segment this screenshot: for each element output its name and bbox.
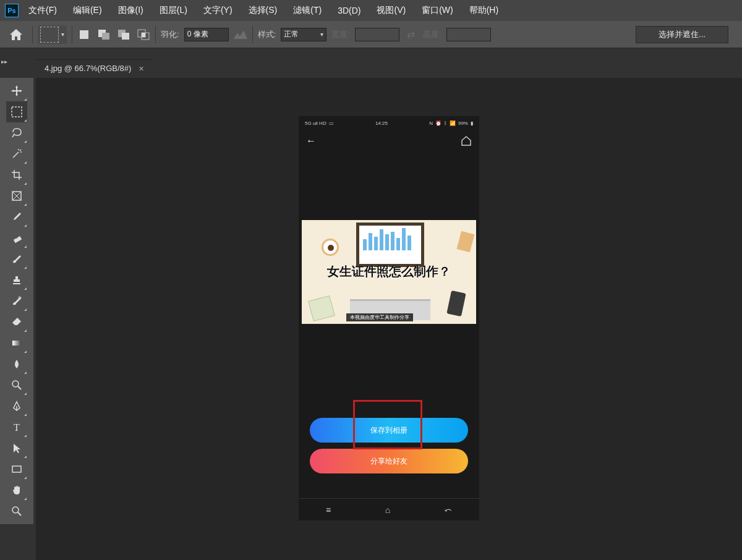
left-toolbar: T [0,78,33,524]
svg-rect-4 [122,33,129,40]
style-value: 正常 [284,29,299,40]
divider [32,26,33,43]
document-title: 4.jpg @ 66.7%(RGB/8#) [45,64,131,73]
feather-input[interactable] [184,28,229,41]
subtract-from-selection-icon[interactable] [117,28,130,41]
height-input [446,28,491,41]
move-tool[interactable] [6,80,27,101]
hd-icon: ▭ [329,121,334,126]
menu-view[interactable]: 视图(V) [370,2,412,19]
zoom-tool[interactable] [6,501,27,522]
chevron-down-icon: ▾ [61,31,64,38]
svg-point-13 [12,381,19,387]
signal-icon: 5G ull HD [305,121,326,126]
image-subtitle: 本视频由度华工具制作分享 [346,313,413,321]
frame-tool[interactable] [6,185,27,206]
phone-app-nav: ← [299,130,479,152]
lasso-tool[interactable] [6,122,27,143]
battery-percent: 99% [458,121,468,126]
eyedropper-tool[interactable] [6,206,27,227]
canvas-document-image: 5G ull HD▭ 14:25 N⏰ᛒ📶99%▮ ← 女生证件照怎么制作？ 本… [299,116,479,520]
antialias-icon[interactable] [234,28,247,41]
add-to-selection-icon[interactable] [97,28,111,41]
phone-system-nav: ≡ ⌂ ⤺ [299,498,479,520]
svg-rect-7 [142,33,145,37]
document-tab-bar: 4.jpg @ 66.7%(RGB/8#) × [36,58,153,78]
home-button[interactable] [5,25,27,45]
menu-help[interactable]: 帮助(H) [463,2,505,19]
annotation-red-box [353,400,422,449]
phone-preview-image: 女生证件照怎么制作？ 本视频由度华工具制作分享 [302,220,476,324]
svg-rect-0 [80,30,88,39]
blur-tool[interactable] [6,354,27,375]
wifi-icon: 📶 [450,121,456,126]
healing-brush-tool[interactable] [6,227,27,248]
swap-dimensions-icon: ⇄ [404,28,418,41]
menu-filter[interactable]: 滤镜(T) [287,2,328,19]
home-outline-icon [461,135,472,146]
menu-select[interactable]: 选择(S) [242,2,284,19]
type-tool[interactable]: T [6,417,27,438]
style-select[interactable]: 正常▾ [281,28,326,41]
back-arrow-icon: ← [306,135,316,146]
menu-type[interactable]: 文字(Y) [197,2,239,19]
width-label: 宽度: [331,29,350,40]
nfc-icon: N [429,121,433,126]
select-and-mask-button[interactable]: 选择并遮住... [636,26,728,43]
svg-text:T: T [14,422,20,433]
rectangle-tool[interactable] [6,459,27,480]
chevron-down-icon: ▾ [320,31,323,38]
svg-rect-8 [12,107,22,117]
intersect-selection-icon[interactable] [137,28,150,41]
status-time: 14:25 [375,121,388,126]
alarm-icon: ⏰ [435,121,441,126]
battery-icon: ▮ [471,121,473,126]
divider [72,26,72,43]
hand-tool[interactable] [6,480,27,501]
dodge-tool[interactable] [6,375,27,396]
height-label: 高度: [423,29,441,40]
svg-rect-12 [12,341,21,346]
panel-collapse-handle[interactable]: ▸▸ [1,58,7,65]
options-bar: ▾ 羽化: 样式: 正常▾ 宽度: ⇄ 高度: 选择并遮住... [0,21,742,48]
svg-rect-2 [102,33,109,40]
new-selection-icon[interactable] [77,28,91,41]
menu-image[interactable]: 图像(I) [112,2,150,19]
photoshop-logo: Ps [5,4,19,17]
selection-mode-group [77,28,150,41]
document-tab[interactable]: 4.jpg @ 66.7%(RGB/8#) × [36,59,153,77]
brush-tool[interactable] [6,248,27,269]
back-nav-icon: ⤺ [445,505,452,515]
image-headline: 女生证件照怎么制作？ [302,263,476,280]
magic-wand-tool[interactable] [6,143,27,164]
stamp-tool[interactable] [6,269,27,291]
menu-window[interactable]: 窗口(W) [416,2,459,19]
svg-point-16 [12,507,19,513]
divider [155,26,156,43]
history-brush-tool[interactable] [6,291,27,312]
menu-layer[interactable]: 图层(L) [153,2,194,19]
menu-3d[interactable]: 3D(D) [331,3,367,18]
bluetooth-icon: ᛒ [444,121,447,126]
menu-edit[interactable]: 编辑(E) [67,2,108,19]
width-input [355,28,399,41]
menu-bar: Ps 文件(F) 编辑(E) 图像(I) 图层(L) 文字(Y) 选择(S) 滤… [0,0,742,21]
style-label: 样式: [258,29,276,40]
share-to-friends-button: 分享给好友 [310,449,468,473]
menu-file[interactable]: 文件(F) [22,2,63,19]
canvas-area[interactable]: 5G ull HD▭ 14:25 N⏰ᛒ📶99%▮ ← 女生证件照怎么制作？ 本… [36,78,742,560]
tool-preset-picker[interactable]: ▾ [38,25,67,44]
crop-tool[interactable] [6,164,27,185]
pen-tool[interactable] [6,396,27,417]
svg-rect-15 [12,466,21,472]
marquee-preset-icon [40,27,59,43]
home-nav-icon: ⌂ [385,505,390,515]
feather-label: 羽化: [161,29,179,40]
path-selection-tool[interactable] [6,438,27,459]
close-icon[interactable]: × [139,64,143,74]
marquee-tool[interactable] [6,101,27,122]
divider [252,26,253,43]
phone-status-bar: 5G ull HD▭ 14:25 N⏰ᛒ📶99%▮ [299,116,479,130]
gradient-tool[interactable] [6,333,27,354]
eraser-tool[interactable] [6,312,27,333]
